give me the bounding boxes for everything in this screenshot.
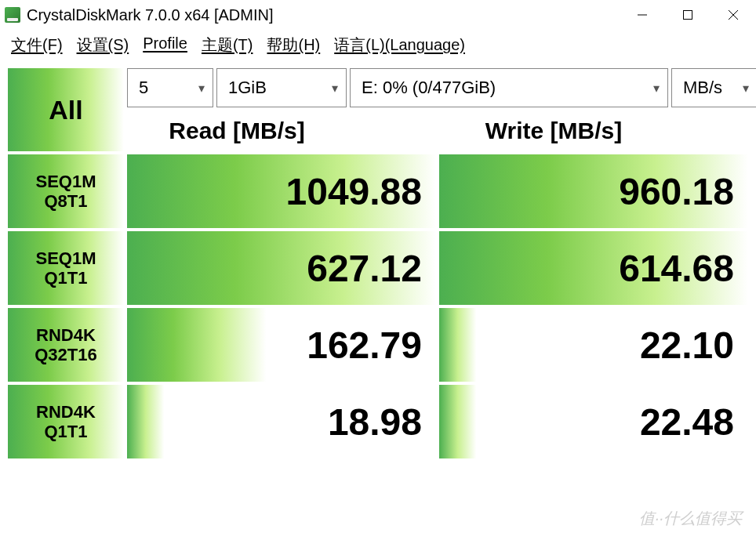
minimize-button[interactable]	[620, 0, 665, 30]
test-label-line1: RND4K	[36, 402, 96, 422]
menu-help[interactable]: 帮助(H)	[267, 34, 320, 56]
read-value-3: 18.98	[127, 385, 436, 458]
window-title: CrystalDiskMark 7.0.0 x64 [ADMIN]	[27, 6, 274, 24]
test-label-line2: Q1T1	[44, 268, 87, 288]
read-value-1: 627.12	[127, 231, 436, 305]
write-header: Write [MB/s]	[350, 111, 756, 151]
chevron-down-icon: ▾	[198, 81, 205, 96]
svg-rect-1	[684, 11, 692, 20]
write-value-1: 614.68	[439, 231, 748, 305]
test-label-line2: Q32T16	[35, 345, 97, 364]
results-grid: SEQ1MQ8T1 1049.88 960.18 SEQ1MQ1T1 627.1…	[8, 154, 748, 458]
chevron-down-icon: ▾	[743, 81, 749, 96]
menubar: 文件(F) 设置(S) Profile 主题(T) 帮助(H) 语言(L)(La…	[0, 30, 756, 63]
test-label-line1: SEQ1M	[35, 172, 96, 191]
write-value-2: 22.10	[439, 308, 748, 382]
write-value-0: 960.18	[439, 154, 748, 228]
menu-profile[interactable]: Profile	[143, 34, 187, 56]
chevron-down-icon: ▾	[653, 81, 660, 96]
read-value-0: 1049.88	[127, 154, 436, 228]
runs-value: 5	[139, 78, 148, 98]
drive-value: E: 0% (0/477GiB)	[362, 78, 496, 98]
test-label-line2: Q8T1	[44, 191, 87, 211]
unit-select[interactable]: MB/s▾	[671, 68, 756, 107]
read-header: Read [MB/s]	[127, 111, 347, 151]
test-button-seq1m-q8t1[interactable]: SEQ1MQ8T1	[8, 154, 124, 228]
size-select[interactable]: 1GiB▾	[216, 68, 347, 107]
titlebar: CrystalDiskMark 7.0.0 x64 [ADMIN]	[0, 0, 756, 30]
chevron-down-icon: ▾	[332, 81, 338, 96]
test-label-line1: RND4K	[36, 325, 96, 345]
test-button-rnd4k-q1t1[interactable]: RND4KQ1T1	[8, 385, 124, 458]
read-value-2: 162.79	[127, 308, 436, 382]
watermark: 值··什么值得买	[639, 508, 742, 529]
test-button-seq1m-q1t1[interactable]: SEQ1MQ1T1	[8, 231, 124, 305]
app-icon	[5, 7, 20, 23]
menu-settings[interactable]: 设置(S)	[77, 34, 129, 56]
test-label-line1: SEQ1M	[35, 248, 96, 268]
run-all-button[interactable]: All	[8, 68, 124, 151]
test-label-line2: Q1T1	[44, 422, 87, 441]
drive-select[interactable]: E: 0% (0/477GiB)▾	[350, 68, 668, 107]
runs-select[interactable]: 5▾	[127, 68, 213, 107]
unit-value: MB/s	[683, 78, 722, 98]
size-value: 1GiB	[228, 78, 267, 98]
write-value-3: 22.48	[439, 385, 748, 458]
menu-language[interactable]: 语言(L)(Language)	[334, 34, 465, 56]
menu-file[interactable]: 文件(F)	[11, 34, 63, 56]
maximize-button[interactable]	[665, 0, 711, 30]
test-button-rnd4k-q32t16[interactable]: RND4KQ32T16	[8, 308, 124, 382]
content-area: All 5▾ 1GiB▾ E: 0% (0/477GiB)▾ MB/s▾ Rea…	[0, 63, 756, 466]
close-button[interactable]	[711, 0, 756, 30]
menu-theme[interactable]: 主题(T)	[202, 34, 253, 56]
